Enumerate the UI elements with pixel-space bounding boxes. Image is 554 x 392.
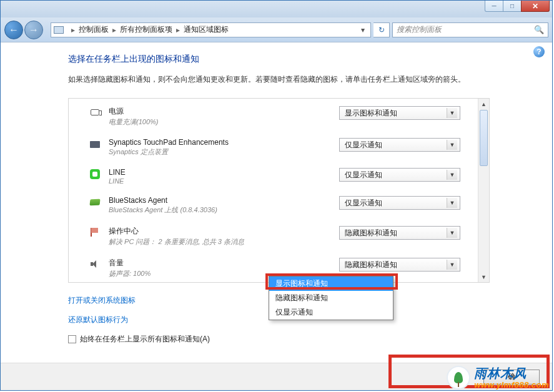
maximize-button[interactable]: □ (503, 1, 522, 12)
chevron-down-icon: ▼ (447, 108, 457, 118)
breadcrumb-item[interactable]: 所有控制面板项 (120, 24, 172, 35)
help-icon[interactable]: ? (533, 46, 545, 57)
action-center-icon (89, 226, 101, 238)
minimize-button[interactable]: ─ (485, 1, 503, 12)
page-description: 如果选择隐藏图标和通知，则不会向您通知更改和更新。若要随时查看隐藏的图标，请单击… (68, 74, 490, 86)
back-button[interactable]: ← (4, 21, 23, 39)
behavior-select[interactable]: 仅显示通知 ▼ (339, 138, 460, 152)
address-toolbar: ← → ▸ 控制面板 ▸ 所有控制面板项 ▸ 通知区域图标 ▾ ↻ 搜索控制面板… (1, 17, 552, 42)
caption-bar: ─ □ ✕ (1, 1, 552, 17)
behavior-select-dropdown: 显示图标和通知 隐藏图标和通知 仅显示通知 (269, 276, 393, 320)
behavior-select[interactable]: 显示图标和通知 ▼ (339, 106, 460, 120)
behavior-select[interactable]: 仅显示通知 ▼ (339, 196, 460, 210)
option-only-show-notifications[interactable]: 仅显示通知 (269, 305, 393, 320)
search-input[interactable]: 搜索控制面板 🔍 (392, 22, 548, 37)
list-item: 操作中心 解决 PC 问题： 2 条重要消息, 总共 3 条消息 隐藏图标和通知… (69, 222, 478, 254)
line-icon (89, 168, 101, 180)
list-item: BlueStacks Agent BlueStacks Agent 上线 (0.… (69, 192, 478, 222)
breadcrumb-item[interactable]: 控制面板 (79, 24, 109, 35)
list-item: 电源 电量充满(100%) 显示图标和通知 ▼ (69, 102, 478, 134)
ok-button[interactable]: 确 (483, 370, 540, 385)
breadcrumb-item[interactable]: 通知区域图标 (184, 24, 229, 35)
list-item: LINE LINE 仅显示通知 ▼ (69, 164, 478, 192)
chevron-down-icon: ▼ (447, 140, 457, 150)
always-show-all-checkbox-row: 始终在任务栏上显示所有图标和通知(A) (68, 334, 490, 345)
power-icon (89, 106, 101, 119)
notification-icons-list: 电源 电量充满(100%) 显示图标和通知 ▼ Synaptics TouchP… (68, 98, 490, 283)
always-show-all-checkbox[interactable] (68, 335, 76, 343)
search-icon: 🔍 (534, 25, 544, 34)
page-body: ? 选择在任务栏上出现的图标和通知 如果选择隐藏图标和通知，则不会向您通知更改和… (1, 42, 552, 390)
behavior-select[interactable]: 隐藏图标和通知 ▼ (339, 226, 460, 240)
list-item: Synaptics TouchPad Enhancements Synaptic… (69, 134, 478, 164)
chevron-down-icon: ▼ (447, 170, 457, 180)
breadcrumb-dropdown-icon[interactable]: ▾ (358, 26, 368, 34)
touchpad-icon (89, 138, 101, 150)
option-show-icon-and-notifications[interactable]: 显示图标和通知 (269, 277, 393, 291)
scroll-down-icon[interactable]: ▼ (478, 272, 489, 282)
forward-button[interactable]: → (24, 21, 43, 39)
behavior-select[interactable]: 隐藏图标和通知 ▼ (339, 258, 460, 272)
refresh-button[interactable]: ↻ (373, 22, 390, 37)
behavior-select[interactable]: 仅显示通知 ▼ (339, 168, 460, 182)
computer-icon (54, 26, 64, 34)
checkbox-label: 始终在任务栏上显示所有图标和通知(A) (80, 334, 210, 345)
chevron-down-icon: ▼ (447, 198, 457, 208)
scroll-up-icon[interactable]: ▲ (478, 99, 489, 109)
option-hide-icon-and-notifications[interactable]: 隐藏图标和通知 (269, 291, 393, 305)
close-button[interactable]: ✕ (521, 1, 550, 12)
dialog-footer: 确 (1, 363, 552, 390)
chevron-down-icon: ▼ (447, 228, 457, 238)
chevron-down-icon: ▼ (447, 260, 457, 270)
volume-icon (89, 258, 101, 270)
scroll-thumb[interactable] (480, 110, 488, 166)
breadcrumb[interactable]: ▸ 控制面板 ▸ 所有控制面板项 ▸ 通知区域图标 ▾ (51, 22, 371, 37)
vertical-scrollbar[interactable]: ▲ ▼ (478, 99, 489, 282)
bluestacks-icon (89, 196, 101, 208)
page-title: 选择在任务栏上出现的图标和通知 (68, 54, 490, 65)
explorer-window: ─ □ ✕ ← → ▸ 控制面板 ▸ 所有控制面板项 ▸ 通知区域图标 ▾ ↻ … (0, 0, 553, 391)
